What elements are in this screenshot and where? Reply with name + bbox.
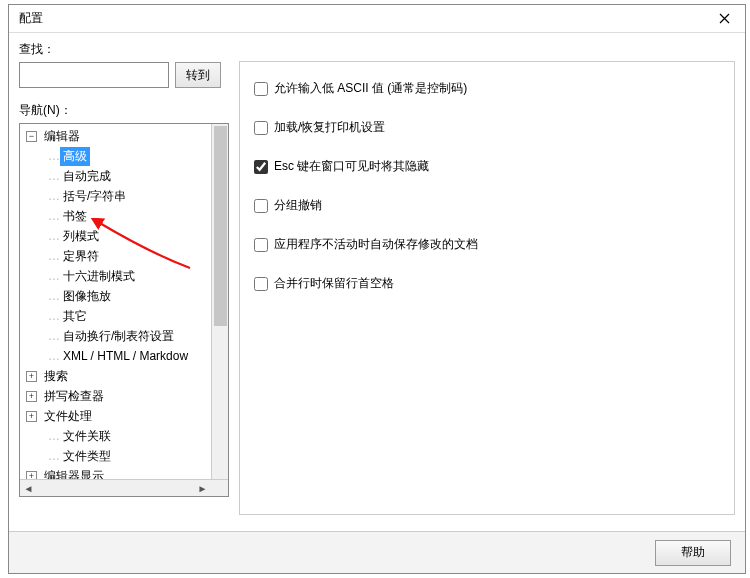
- content-row: 查找： 转到 导航(N)： −编辑器…高级…自动完成…括号/字符串…书签…列模式…: [19, 41, 735, 515]
- tree-branch-icon: …: [48, 209, 58, 223]
- tree-scrollbar-vertical[interactable]: [211, 124, 228, 479]
- tree-item[interactable]: …自动完成: [20, 166, 211, 186]
- expand-icon[interactable]: +: [26, 371, 37, 382]
- tree-item[interactable]: …其它: [20, 306, 211, 326]
- tree-item-label: 编辑器显示: [41, 467, 107, 480]
- tree-item-label: 文件类型: [60, 447, 114, 466]
- expand-icon[interactable]: +: [26, 411, 37, 422]
- tree-item-label: 自动完成: [60, 167, 114, 186]
- collapse-icon[interactable]: −: [26, 131, 37, 142]
- tree-branch-icon: …: [48, 169, 58, 183]
- tree-item[interactable]: …括号/字符串: [20, 186, 211, 206]
- tree-item-label: 定界符: [60, 247, 102, 266]
- tree-item-label: 书签: [60, 207, 90, 226]
- option-label: 应用程序不活动时自动保存修改的文档: [274, 236, 478, 253]
- tree-item[interactable]: +拼写检查器: [20, 386, 211, 406]
- option-checkbox[interactable]: [254, 82, 268, 96]
- options-panel: 允许输入低 ASCII 值 (通常是控制码)加载/恢复打印机设置Esc 键在窗口…: [239, 61, 735, 515]
- tree-item[interactable]: …列模式: [20, 226, 211, 246]
- option-row[interactable]: 加载/恢复打印机设置: [254, 119, 720, 136]
- config-dialog: 配置 查找： 转到 导航(N)： −编辑器…高级…自动完成…括号/字符串…书签……: [8, 4, 746, 574]
- tree-item-label: XML / HTML / Markdow: [60, 348, 191, 364]
- option-row[interactable]: 允许输入低 ASCII 值 (通常是控制码): [254, 80, 720, 97]
- option-label: 加载/恢复打印机设置: [274, 119, 385, 136]
- tree-item-label: 文件处理: [41, 407, 95, 426]
- option-checkbox[interactable]: [254, 199, 268, 213]
- tree-item-label: 图像拖放: [60, 287, 114, 306]
- tree-item[interactable]: +编辑器显示: [20, 466, 211, 479]
- tree-branch-icon: …: [48, 329, 58, 343]
- tree-item-label: 拼写检查器: [41, 387, 107, 406]
- nav-label: 导航(N)：: [19, 102, 229, 119]
- tree-item-label: 自动换行/制表符设置: [60, 327, 177, 346]
- nav-tree[interactable]: −编辑器…高级…自动完成…括号/字符串…书签…列模式…定界符…十六进制模式…图像…: [20, 124, 211, 479]
- tree-item-label: 列模式: [60, 227, 102, 246]
- option-label: 允许输入低 ASCII 值 (通常是控制码): [274, 80, 467, 97]
- tree-scrollbar-horizontal[interactable]: ◄ ►: [20, 479, 228, 496]
- option-row[interactable]: Esc 键在窗口可见时将其隐藏: [254, 158, 720, 175]
- tree-item[interactable]: …十六进制模式: [20, 266, 211, 286]
- tree-item-label: 编辑器: [41, 127, 83, 146]
- tree-branch-icon: …: [48, 349, 58, 363]
- tree-item[interactable]: …书签: [20, 206, 211, 226]
- tree-item[interactable]: …文件关联: [20, 426, 211, 446]
- option-checkbox[interactable]: [254, 238, 268, 252]
- titlebar: 配置: [9, 5, 745, 33]
- search-label: 查找：: [19, 41, 229, 58]
- tree-branch-icon: …: [48, 309, 58, 323]
- tree-branch-icon: …: [48, 189, 58, 203]
- option-row[interactable]: 合并行时保留行首空格: [254, 275, 720, 292]
- tree-item-label: 十六进制模式: [60, 267, 138, 286]
- tree-item[interactable]: …图像拖放: [20, 286, 211, 306]
- left-column: 查找： 转到 导航(N)： −编辑器…高级…自动完成…括号/字符串…书签…列模式…: [19, 41, 229, 515]
- tree-branch-icon: …: [48, 149, 58, 163]
- help-button[interactable]: 帮助: [655, 540, 731, 566]
- tree-item[interactable]: …自动换行/制表符设置: [20, 326, 211, 346]
- close-button[interactable]: [703, 5, 745, 33]
- scroll-right-arrow[interactable]: ►: [194, 480, 211, 497]
- option-row[interactable]: 分组撤销: [254, 197, 720, 214]
- search-input[interactable]: [19, 62, 169, 88]
- option-checkbox[interactable]: [254, 121, 268, 135]
- tree-item[interactable]: …高级: [20, 146, 211, 166]
- option-checkbox[interactable]: [254, 160, 268, 174]
- tree-item-label: 括号/字符串: [60, 187, 129, 206]
- tree-item[interactable]: +文件处理: [20, 406, 211, 426]
- option-label: 分组撤销: [274, 197, 322, 214]
- tree-item-label: 高级: [60, 147, 90, 166]
- option-row[interactable]: 应用程序不活动时自动保存修改的文档: [254, 236, 720, 253]
- tree-item-label: 搜索: [41, 367, 71, 386]
- nav-tree-container: −编辑器…高级…自动完成…括号/字符串…书签…列模式…定界符…十六进制模式…图像…: [19, 123, 229, 497]
- expand-icon[interactable]: +: [26, 471, 37, 480]
- tree-item[interactable]: …文件类型: [20, 446, 211, 466]
- tree-item[interactable]: …定界符: [20, 246, 211, 266]
- tree-item[interactable]: +搜索: [20, 366, 211, 386]
- tree-item-label: 文件关联: [60, 427, 114, 446]
- search-row: 转到: [19, 62, 229, 88]
- close-icon: [719, 13, 730, 24]
- tree-branch-icon: …: [48, 229, 58, 243]
- tree-item-label: 其它: [60, 307, 90, 326]
- option-label: 合并行时保留行首空格: [274, 275, 394, 292]
- dialog-body: 查找： 转到 导航(N)： −编辑器…高级…自动完成…括号/字符串…书签…列模式…: [9, 33, 745, 531]
- tree-item[interactable]: −编辑器: [20, 126, 211, 146]
- dialog-title: 配置: [19, 10, 43, 27]
- option-label: Esc 键在窗口可见时将其隐藏: [274, 158, 429, 175]
- tree-branch-icon: …: [48, 269, 58, 283]
- goto-button[interactable]: 转到: [175, 62, 221, 88]
- scrollbar-thumb[interactable]: [214, 126, 227, 326]
- tree-branch-icon: …: [48, 249, 58, 263]
- scroll-left-arrow[interactable]: ◄: [20, 480, 37, 497]
- expand-icon[interactable]: +: [26, 391, 37, 402]
- tree-branch-icon: …: [48, 449, 58, 463]
- tree-item[interactable]: …XML / HTML / Markdow: [20, 346, 211, 366]
- option-checkbox[interactable]: [254, 277, 268, 291]
- tree-branch-icon: …: [48, 289, 58, 303]
- dialog-footer: 帮助: [9, 531, 745, 573]
- tree-branch-icon: …: [48, 429, 58, 443]
